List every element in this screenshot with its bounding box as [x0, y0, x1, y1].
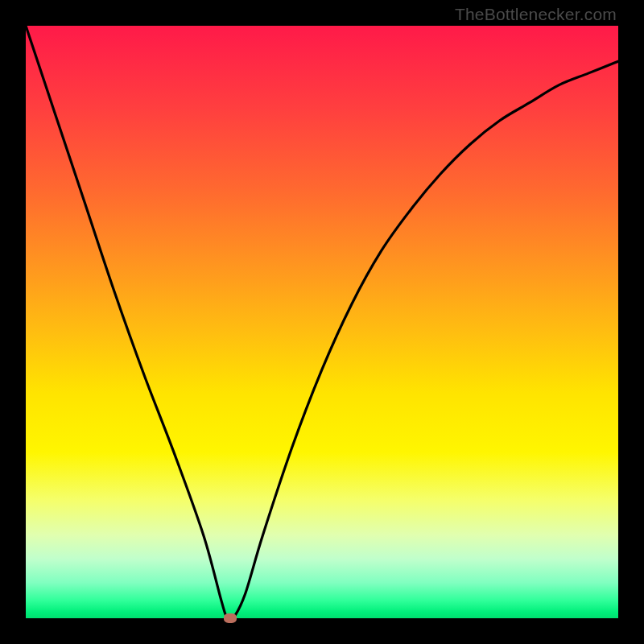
- plot-area: [26, 26, 618, 618]
- bottleneck-curve: [26, 26, 618, 618]
- chart-frame: TheBottlenecker.com: [0, 0, 644, 644]
- optimal-point-marker: [224, 613, 237, 623]
- curve-path: [26, 26, 618, 618]
- attribution-text: TheBottlenecker.com: [455, 5, 617, 24]
